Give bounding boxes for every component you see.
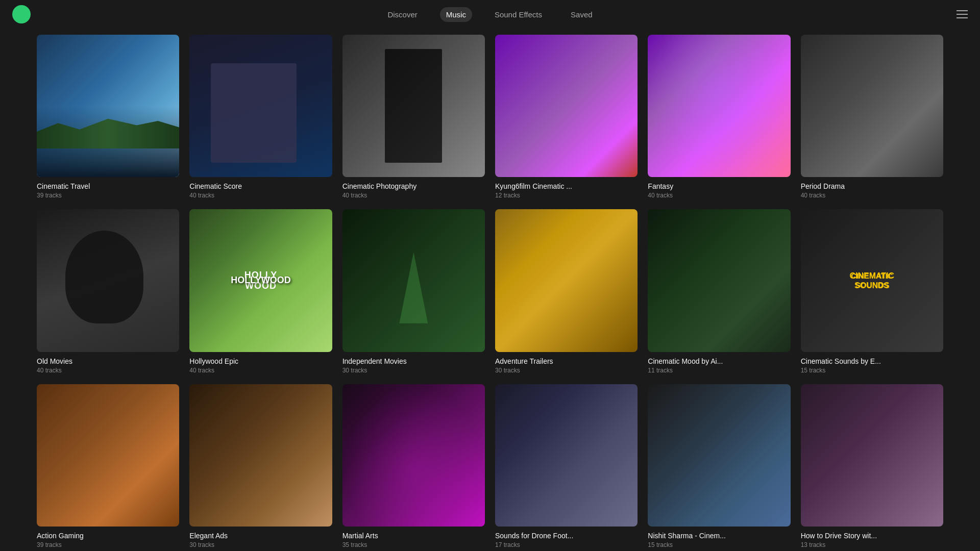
card-old-movies[interactable]: Old Movies40 tracks	[37, 209, 179, 373]
card-thumb-cinematic-photography	[342, 35, 485, 177]
card-fantasy[interactable]: Fantasy40 tracks	[648, 35, 790, 199]
menu-icon-line	[957, 10, 968, 11]
card-title-hollywood-epic: Hollywood Epic	[189, 357, 332, 365]
card-thumb-period-drama	[801, 35, 943, 177]
card-thumb-cinematic-sounds: CINEMATICSOUNDS	[801, 209, 943, 352]
card-tracks-cinematic-score: 40 tracks	[189, 192, 332, 199]
card-nishit-sharma[interactable]: Nishit Sharma - Cinem...15 tracks	[648, 384, 790, 548]
card-row-row3: Action Gaming39 tracksElegant Ads30 trac…	[37, 384, 943, 548]
card-tracks-cinematic-sounds: 15 tracks	[801, 367, 943, 374]
card-thumb-fantasy	[648, 35, 790, 177]
card-tracks-adventure-trailers: 30 tracks	[495, 367, 638, 374]
card-tracks-independent-movies: 30 tracks	[342, 367, 485, 374]
card-thumb-action-gaming	[37, 384, 179, 527]
card-tracks-nishit-sharma: 15 tracks	[648, 541, 790, 548]
card-title-independent-movies: Independent Movies	[342, 357, 485, 365]
header: DiscoverMusicSound EffectsSaved	[0, 0, 980, 29]
card-title-cinematic-score: Cinematic Score	[189, 182, 332, 190]
menu-icon-line	[957, 17, 968, 18]
card-tracks-elegant-ads: 30 tracks	[189, 541, 332, 548]
card-title-nishit-sharma: Nishit Sharma - Cinem...	[648, 532, 790, 540]
card-thumb-cinematic-mood	[648, 209, 790, 352]
card-cinematic-score[interactable]: Cinematic Score40 tracks	[189, 35, 332, 199]
card-hollywood-epic[interactable]: HOLLYWOODHollywood Epic40 tracks	[189, 209, 332, 373]
card-martial-arts[interactable]: Martial Arts35 tracks	[342, 384, 485, 548]
menu-icon-line	[957, 14, 968, 15]
card-tracks-martial-arts: 35 tracks	[342, 541, 485, 548]
card-thumb-cinematic-travel	[37, 35, 179, 177]
card-tracks-sounds-drone: 17 tracks	[495, 541, 638, 548]
card-tracks-cinematic-mood: 11 tracks	[648, 367, 790, 374]
card-title-period-drama: Period Drama	[801, 182, 943, 190]
logo[interactable]	[12, 5, 31, 23]
card-thumb-adventure-trailers	[495, 209, 638, 352]
card-kyung6film[interactable]: Kyung6film Cinematic ...12 tracks	[495, 35, 638, 199]
card-thumb-independent-movies	[342, 209, 485, 352]
card-title-sounds-drone: Sounds for Drone Foot...	[495, 532, 638, 540]
card-title-how-to-drive: How to Drive Story wit...	[801, 532, 943, 540]
card-thumb-martial-arts	[342, 384, 485, 527]
card-title-fantasy: Fantasy	[648, 182, 790, 190]
menu-button[interactable]	[957, 10, 968, 18]
card-thumb-cinematic-score	[189, 35, 332, 177]
nav-item-sound-effects[interactable]: Sound Effects	[488, 7, 548, 22]
card-cinematic-mood[interactable]: Cinematic Mood by Ai...11 tracks	[648, 209, 790, 373]
card-elegant-ads[interactable]: Elegant Ads30 tracks	[189, 384, 332, 548]
card-thumb-sounds-drone	[495, 384, 638, 527]
card-thumb-kyung6film	[495, 35, 638, 177]
card-thumb-how-to-drive	[801, 384, 943, 527]
nav-item-discover[interactable]: Discover	[381, 7, 423, 22]
card-cinematic-travel[interactable]: Cinematic Travel39 tracks	[37, 35, 179, 199]
card-cinematic-photography[interactable]: Cinematic Photography40 tracks	[342, 35, 485, 199]
card-tracks-old-movies: 40 tracks	[37, 367, 179, 374]
card-title-cinematic-mood: Cinematic Mood by Ai...	[648, 357, 790, 365]
card-period-drama[interactable]: Period Drama40 tracks	[801, 35, 943, 199]
card-tracks-period-drama: 40 tracks	[801, 192, 943, 199]
card-title-cinematic-sounds: Cinematic Sounds by E...	[801, 357, 943, 365]
main-nav: DiscoverMusicSound EffectsSaved	[381, 7, 598, 22]
card-tracks-fantasy: 40 tracks	[648, 192, 790, 199]
card-tracks-how-to-drive: 13 tracks	[801, 541, 943, 548]
card-cinematic-sounds[interactable]: CINEMATICSOUNDSCinematic Sounds by E...1…	[801, 209, 943, 373]
card-tracks-hollywood-epic: 40 tracks	[189, 367, 332, 374]
card-thumb-elegant-ads	[189, 384, 332, 527]
nav-item-music[interactable]: Music	[440, 7, 472, 22]
main-content: Cinematic Travel39 tracksCinematic Score…	[0, 0, 980, 551]
card-tracks-cinematic-photography: 40 tracks	[342, 192, 485, 199]
card-title-old-movies: Old Movies	[37, 357, 179, 365]
cards-grid: Cinematic Travel39 tracksCinematic Score…	[37, 35, 943, 551]
card-thumb-hollywood-epic: HOLLYWOOD	[189, 209, 332, 352]
card-title-elegant-ads: Elegant Ads	[189, 532, 332, 540]
card-row-row1: Cinematic Travel39 tracksCinematic Score…	[37, 35, 943, 199]
card-title-cinematic-photography: Cinematic Photography	[342, 182, 485, 190]
card-thumb-nishit-sharma	[648, 384, 790, 527]
card-tracks-kyung6film: 12 tracks	[495, 192, 638, 199]
card-row-row2: Old Movies40 tracksHOLLYWOODHollywood Ep…	[37, 209, 943, 373]
card-how-to-drive[interactable]: How to Drive Story wit...13 tracks	[801, 384, 943, 548]
card-adventure-trailers[interactable]: Adventure Trailers30 tracks	[495, 209, 638, 373]
card-tracks-action-gaming: 39 tracks	[37, 541, 179, 548]
card-title-action-gaming: Action Gaming	[37, 532, 179, 540]
nav-item-saved[interactable]: Saved	[565, 7, 599, 22]
card-title-cinematic-travel: Cinematic Travel	[37, 182, 179, 190]
card-sounds-drone[interactable]: Sounds for Drone Foot...17 tracks	[495, 384, 638, 548]
card-title-martial-arts: Martial Arts	[342, 532, 485, 540]
card-tracks-cinematic-travel: 39 tracks	[37, 192, 179, 199]
card-title-adventure-trailers: Adventure Trailers	[495, 357, 638, 365]
card-thumb-old-movies	[37, 209, 179, 352]
card-title-kyung6film: Kyung6film Cinematic ...	[495, 182, 638, 190]
card-independent-movies[interactable]: Independent Movies30 tracks	[342, 209, 485, 373]
card-action-gaming[interactable]: Action Gaming39 tracks	[37, 384, 179, 548]
